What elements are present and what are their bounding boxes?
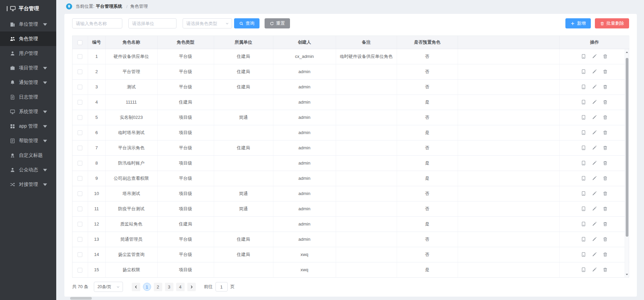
row-checkbox-cell — [72, 155, 88, 171]
delete-icon[interactable] — [603, 191, 608, 196]
edit-icon[interactable] — [592, 237, 597, 242]
page-number-3[interactable]: 3 — [165, 283, 173, 291]
delete-icon[interactable] — [603, 69, 608, 74]
vertical-scrollbar-thumb[interactable] — [626, 58, 628, 237]
detail-icon[interactable] — [581, 130, 586, 135]
delete-icon[interactable] — [603, 237, 608, 242]
row-checkbox[interactable] — [78, 54, 82, 59]
next-page-button[interactable] — [187, 283, 196, 291]
reset-button[interactable]: 重置 — [265, 18, 290, 28]
edit-icon[interactable] — [592, 191, 597, 196]
role-name-input[interactable] — [72, 18, 122, 28]
edit-icon[interactable] — [592, 84, 597, 89]
table-cell: 项目级 — [157, 155, 214, 171]
detail-icon[interactable] — [581, 252, 586, 257]
detail-icon[interactable] — [581, 267, 586, 272]
sidebar-item-project-management[interactable]: 项目管理 — [0, 61, 56, 75]
row-checkbox[interactable] — [78, 130, 82, 135]
select-all-checkbox[interactable] — [78, 40, 82, 45]
row-checkbox[interactable] — [78, 176, 82, 181]
delete-icon[interactable] — [603, 221, 608, 227]
edit-icon[interactable] — [592, 206, 597, 211]
table-cell: 4 — [88, 94, 105, 110]
delete-icon[interactable] — [603, 206, 608, 211]
page-number-4[interactable]: 4 — [176, 283, 185, 291]
sidebar-item-notification-management[interactable]: 通知管理 — [0, 75, 56, 90]
prev-page-button[interactable] — [132, 283, 140, 291]
sidebar-item-help-management[interactable]: 帮助管理 — [0, 133, 56, 148]
edit-icon[interactable] — [592, 176, 597, 181]
page-size-select[interactable] — [94, 282, 123, 292]
row-checkbox[interactable] — [78, 252, 82, 257]
row-checkbox[interactable] — [78, 191, 82, 196]
delete-icon[interactable] — [603, 252, 608, 257]
detail-icon[interactable] — [581, 145, 586, 150]
search-button[interactable]: 查询 — [234, 18, 259, 28]
row-checkbox[interactable] — [78, 146, 82, 150]
sidebar-item-public-activity[interactable]: 公众动态 — [0, 163, 56, 177]
detail-icon[interactable] — [581, 84, 586, 89]
scroll-up-arrow-icon[interactable] — [625, 50, 629, 55]
row-checkbox[interactable] — [78, 222, 82, 227]
edit-icon[interactable] — [592, 267, 597, 272]
edit-icon[interactable] — [592, 115, 597, 120]
sidebar-item-integration-management[interactable]: 对接管理 — [0, 177, 56, 192]
row-checkbox[interactable] — [78, 161, 82, 166]
sidebar-item-role-management[interactable]: 角色管理 — [0, 31, 56, 46]
detail-icon[interactable] — [581, 237, 586, 242]
row-checkbox[interactable] — [78, 268, 82, 273]
delete-icon[interactable] — [603, 84, 608, 89]
add-button[interactable]: 新增 — [565, 18, 591, 28]
detail-icon[interactable] — [581, 54, 586, 59]
header-checkbox-cell[interactable] — [72, 36, 88, 49]
content-card: 查询 重置 新增 批量删除 编号角色名称角色类型所属单位创建人备注是否预置角色操… — [64, 14, 637, 297]
detail-icon[interactable] — [581, 160, 586, 166]
role-type-select[interactable] — [183, 18, 232, 28]
row-checkbox[interactable] — [78, 100, 82, 105]
page-size-input[interactable] — [94, 282, 123, 292]
row-checkbox[interactable] — [78, 69, 82, 74]
detail-icon[interactable] — [581, 176, 586, 181]
sidebar-item-unit-management[interactable]: 单位管理 — [0, 17, 56, 31]
delete-icon[interactable] — [603, 267, 608, 272]
edit-icon[interactable] — [592, 221, 597, 227]
row-checkbox[interactable] — [78, 85, 82, 89]
detail-icon[interactable] — [581, 69, 586, 74]
edit-icon[interactable] — [592, 130, 597, 135]
scroll-down-arrow-icon[interactable] — [625, 272, 629, 277]
sidebar-item-custom-title[interactable]: 自定义标题 — [0, 148, 56, 163]
row-checkbox[interactable] — [78, 207, 82, 211]
edit-icon[interactable] — [592, 54, 597, 59]
page-number-2[interactable]: 2 — [154, 283, 162, 291]
detail-icon[interactable] — [581, 206, 586, 211]
detail-icon[interactable] — [581, 221, 586, 227]
edit-icon[interactable] — [592, 145, 597, 150]
unit-select[interactable] — [128, 18, 176, 28]
detail-icon[interactable] — [581, 100, 586, 105]
detail-icon[interactable] — [581, 191, 586, 196]
role-type-select-input[interactable] — [183, 18, 232, 28]
sidebar-item-user-management[interactable]: 用户管理 — [0, 46, 56, 61]
edit-icon[interactable] — [592, 160, 597, 166]
detail-icon[interactable] — [581, 115, 586, 120]
delete-icon[interactable] — [603, 115, 608, 120]
delete-icon[interactable] — [603, 130, 608, 135]
delete-icon[interactable] — [603, 176, 608, 181]
sidebar-item-system-management[interactable]: 系统管理 — [0, 104, 56, 119]
delete-icon[interactable] — [603, 54, 608, 59]
delete-icon[interactable] — [603, 100, 608, 105]
row-checkbox[interactable] — [78, 115, 82, 120]
breadcrumb-root[interactable]: 平台管理系统 — [96, 3, 122, 9]
edit-icon[interactable] — [592, 100, 597, 105]
delete-icon[interactable] — [603, 145, 608, 150]
sidebar-item-log-management[interactable]: 日志管理 — [0, 90, 56, 104]
edit-icon[interactable] — [592, 252, 597, 257]
page-number-1[interactable]: 1 — [143, 283, 151, 291]
edit-icon[interactable] — [592, 69, 597, 74]
goto-page-input[interactable] — [215, 282, 228, 292]
row-checkbox[interactable] — [78, 237, 82, 242]
delete-icon[interactable] — [603, 160, 608, 166]
sidebar-item-app-management[interactable]: app 管理 — [0, 119, 56, 133]
horizontal-scrollbar-thumb[interactable] — [70, 297, 92, 300]
batch-delete-button[interactable]: 批量删除 — [595, 18, 629, 28]
